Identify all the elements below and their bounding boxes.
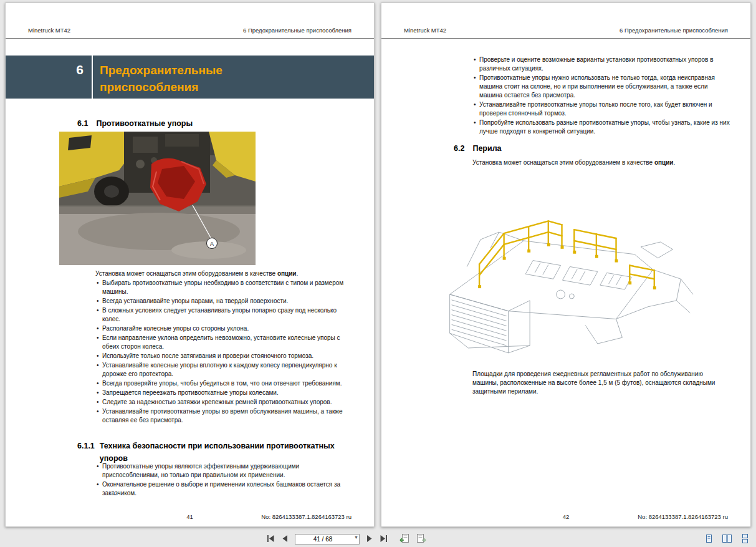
header-rule [6,38,374,39]
page-number-input[interactable] [295,534,360,545]
section-6-1-bullet-list: Выбирать противооткатные упоры необходим… [95,279,352,425]
bullet-item: Выбирать противооткатные упоры необходим… [95,279,352,296]
bullet-item: Используйте только после затягивания и п… [95,352,352,361]
next-page-icon [366,535,373,542]
chapter-title: Предохранительные приспособления [93,56,222,99]
bullet-item: Противооткатные упоры нужно использовать… [472,74,730,100]
pdf-viewer: { "colors": { "banner_background": "#3D5… [0,0,756,547]
section-6-1-1-bullet-list: Противооткатные упоры являются эффективн… [95,462,352,498]
page-41: Minetruck MT42 6 Предохранительные присп… [5,2,375,527]
bullet-item: Устанавливайте противооткатные упоры тол… [472,100,730,118]
option-sentence: Установка может оснащаться этим оборудов… [95,269,352,278]
facing-pages-layout-icon [722,534,732,543]
first-page-button[interactable] [264,532,277,545]
scroll-layout-button[interactable] [738,532,752,545]
bullet-item: Следите за надежностью затяжки крепежных… [95,398,352,407]
document-number: No: 8264133387.1.8264163723 ru [638,513,728,520]
page-navigation-group: ▼ [264,532,429,545]
option-sentence-bold: опции [654,159,674,166]
last-page-icon [380,535,388,542]
section-number: 6.2 [454,144,464,153]
last-page-button[interactable] [377,532,390,545]
bullet-item: Проверьте и оцените возможные варианты у… [472,56,730,73]
single-page-layout-button[interactable] [702,532,716,545]
section-6-2-heading: 6.2Перила [454,144,502,153]
bullet-item: Всегда проверяйте упоры, чтобы убедиться… [95,379,352,388]
header-rule [381,38,750,39]
continued-bullet-list: Проверьте и оцените возможные варианты у… [472,56,730,137]
previous-page-icon [282,535,288,542]
bullet-item: Если направление уклона определить невоз… [95,334,352,351]
page-dropdown-arrow[interactable]: ▼ [354,535,358,540]
section-6-1-1-heading: 6.1.1 Техника безопасности при использов… [77,440,338,465]
page-header: Minetruck MT42 6 Предохранительные присп… [404,27,728,34]
chapter-banner: 6 Предохранительные приспособления [6,56,374,99]
chapter-title-line2: приспособления [100,79,222,95]
page-layout-group [702,532,752,545]
first-page-icon [267,535,275,542]
bullet-item: Располагайте колесные упоры со стороны у… [95,324,352,333]
wheel-chocks-photo: A [59,132,256,265]
bullet-item: Устанавливайте колесные упоры вплотную к… [95,361,352,379]
option-sentence-bold: опции [277,270,297,277]
next-view-icon [416,534,426,543]
wheel-chocks-photo-image: A [59,132,256,265]
option-sentence: Установка может оснащаться этим оборудов… [472,158,730,167]
viewer-toolbar: ▼ [0,530,756,547]
section-number: 6.1.1 [77,440,95,465]
railings-illustration-image [431,168,696,365]
next-page-button[interactable] [364,532,375,545]
page-header: Minetruck MT42 6 Предохранительные присп… [28,27,352,34]
previous-view-button[interactable] [397,532,412,545]
previous-page-button[interactable] [279,532,290,545]
previous-view-icon [400,534,409,543]
callout-a-label: A [210,241,214,247]
page-indicator-box: ▼ [295,533,360,545]
scroll-layout-icon [740,534,750,543]
railings-caption: Площадки для проведения ежедневных регла… [472,370,728,396]
single-page-layout-icon [704,534,714,543]
bullet-item: Запрещается переезжать противооткатные у… [95,389,352,397]
bullet-item: Попробуйте использовать разные противоот… [472,119,730,136]
document-number: No: 8264133387.1.8264163723 ru [261,513,352,520]
bullet-item: Окончательное решение о выборе и примене… [95,480,352,498]
facing-pages-layout-button[interactable] [719,532,735,545]
bullet-item: В сложных условиях следует устанавливать… [95,306,352,324]
section-title: Противооткатные упоры [96,119,193,128]
railings-illustration [431,168,696,365]
section-number: 6.1 [77,119,88,128]
option-sentence-pre: Установка может оснащаться этим оборудов… [472,159,654,166]
page-42: Minetruck MT42 6 Предохранительные присп… [381,2,751,527]
header-doc-title: Minetruck MT42 [28,27,70,34]
chapter-number: 6 [6,56,92,99]
chapter-title-line1: Предохранительные [100,62,222,79]
header-doc-title: Minetruck MT42 [404,27,446,34]
header-chapter-title: 6 Предохранительные приспособления [620,27,728,34]
option-sentence-post: . [297,270,299,277]
section-title: Техника безопасности при использовании п… [100,440,338,465]
bullet-item: Всегда устанавливайте упоры парами, на т… [95,297,352,306]
bullet-item: Противооткатные упоры являются эффективн… [95,462,352,480]
section-title: Перила [472,144,501,153]
bullet-item: Устанавливайте противооткатные упоры во … [95,407,352,425]
option-sentence-post: . [674,159,676,166]
section-6-1-heading: 6.1Противооткатные упоры [77,119,193,128]
header-chapter-title: 6 Предохранительные приспособления [243,27,352,34]
next-view-button[interactable] [414,532,429,545]
option-sentence-pre: Установка может оснащаться этим оборудов… [95,270,277,277]
